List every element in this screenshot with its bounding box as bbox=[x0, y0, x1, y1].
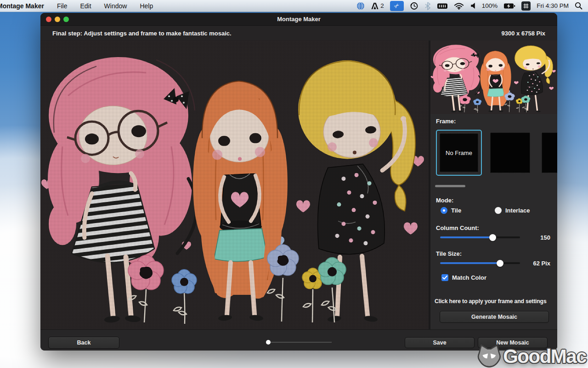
apply-hint-text: Click here to apply your frame and setti… bbox=[435, 298, 555, 305]
menu-app-name[interactable]: Montage Maker bbox=[0, 2, 44, 10]
page-slider[interactable] bbox=[268, 342, 332, 343]
mode-radio-interlace[interactable]: Interlace bbox=[495, 207, 530, 214]
tile-radio-label: Tile bbox=[451, 207, 461, 214]
mosaic-preview-canvas bbox=[40, 40, 429, 329]
frame-scrollbar[interactable] bbox=[435, 185, 465, 187]
match-color-checkbox[interactable] bbox=[441, 274, 448, 281]
frame-option-label: No Frame bbox=[446, 150, 472, 156]
input-source-icon[interactable] bbox=[521, 1, 531, 11]
menu-file[interactable]: File bbox=[57, 2, 68, 10]
interlace-radio-label: Interlace bbox=[505, 207, 530, 214]
adobe-badge: 2 bbox=[380, 2, 384, 9]
mode-radio-tile[interactable]: Tile bbox=[441, 207, 461, 214]
instruction-text: Final step: Adjust settings and frame to… bbox=[52, 30, 232, 37]
preview-illustration bbox=[40, 40, 429, 329]
globe-icon[interactable] bbox=[356, 2, 365, 10]
app-window: Montage Maker Final step: Adjust setting… bbox=[40, 13, 557, 351]
match-color-label: Match Color bbox=[452, 274, 486, 281]
frame-options-row: No Frame bbox=[430, 130, 557, 177]
frame-option-2[interactable] bbox=[490, 132, 530, 173]
volume-icon[interactable] bbox=[470, 2, 476, 10]
traffic-lights bbox=[46, 17, 69, 22]
column-count-label: Column Count: bbox=[436, 224, 479, 231]
tile-size-slider-row: 62 Pix bbox=[440, 259, 550, 267]
minimize-button[interactable] bbox=[55, 17, 60, 22]
keyboard-icon[interactable] bbox=[437, 2, 448, 10]
interlace-radio-button[interactable] bbox=[495, 207, 502, 214]
window-titlebar[interactable]: Montage Maker bbox=[40, 13, 557, 26]
frame-option-3[interactable] bbox=[542, 132, 557, 173]
tile-size-slider-thumb[interactable] bbox=[497, 260, 503, 267]
menu-help[interactable]: Help bbox=[140, 2, 153, 10]
battery-charging-icon[interactable] bbox=[503, 2, 515, 10]
goodmac-cat-icon bbox=[475, 343, 502, 368]
menu-edit[interactable]: Edit bbox=[80, 2, 91, 10]
column-count-slider[interactable] bbox=[440, 236, 520, 238]
window-title: Montage Maker bbox=[277, 16, 321, 23]
mode-section-label: Mode: bbox=[436, 197, 453, 204]
menu-clock[interactable]: Fri 4:30 PM bbox=[537, 2, 569, 9]
menu-bar: Montage Maker File Edit Window Help 2 ✂ … bbox=[0, 0, 588, 12]
close-button[interactable] bbox=[46, 17, 51, 22]
menu-window[interactable]: Window bbox=[104, 2, 127, 10]
generate-mosaic-button[interactable]: Generate Mosaic bbox=[440, 311, 549, 323]
thumbnail-illustration bbox=[430, 40, 557, 114]
frame-option-no-frame[interactable]: No Frame bbox=[436, 130, 482, 176]
battery-percent: 100% bbox=[482, 2, 498, 9]
spotlight-search-icon[interactable] bbox=[575, 2, 582, 10]
bluetooth-icon[interactable] bbox=[424, 2, 431, 10]
wifi-icon[interactable] bbox=[454, 2, 464, 10]
column-count-slider-row: 150 bbox=[440, 234, 550, 241]
back-button[interactable]: Back bbox=[48, 337, 119, 349]
time-machine-icon[interactable] bbox=[410, 1, 418, 10]
column-count-slider-thumb[interactable] bbox=[489, 234, 496, 241]
save-button[interactable]: Save bbox=[405, 337, 475, 348]
settings-panel: Frame: No Frame Mode: Tile Interlace Col… bbox=[430, 40, 557, 329]
zoom-button[interactable] bbox=[63, 17, 69, 22]
goodmac-brand-text: GoodMac bbox=[503, 345, 586, 368]
tile-size-slider[interactable] bbox=[440, 262, 520, 264]
adobe-cc-icon[interactable]: 2 bbox=[371, 2, 384, 10]
tile-radio-button[interactable] bbox=[441, 207, 447, 214]
screenshot-tool-icon[interactable]: ✂ bbox=[390, 1, 404, 11]
tile-size-value: 62 Pix bbox=[533, 260, 550, 267]
match-color-row[interactable]: Match Color bbox=[441, 274, 486, 281]
output-size-label: 9300 x 6758 Pix bbox=[502, 30, 545, 37]
source-image-thumbnail bbox=[430, 40, 557, 114]
frame-section-label: Frame: bbox=[436, 118, 456, 125]
tile-size-label: Tile Size: bbox=[436, 250, 462, 257]
goodmac-watermark: GoodMac bbox=[475, 343, 586, 368]
window-header: Final step: Adjust settings and frame to… bbox=[40, 26, 557, 40]
column-count-value: 150 bbox=[540, 234, 550, 241]
page-slider-thumb[interactable] bbox=[266, 340, 271, 345]
